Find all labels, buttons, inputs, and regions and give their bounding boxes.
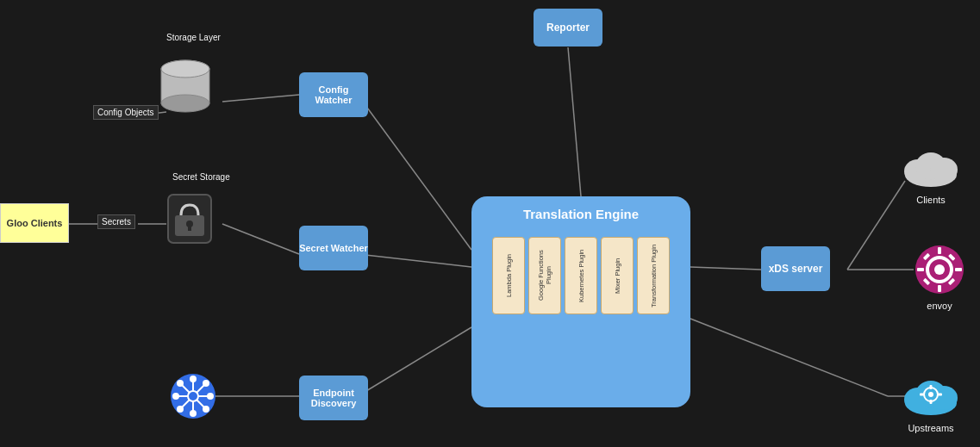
reporter-box: Reporter <box>534 9 602 47</box>
svg-rect-33 <box>955 268 962 271</box>
svg-line-14 <box>690 319 888 396</box>
svg-point-46 <box>172 393 179 400</box>
envoy-icon: envoy <box>914 244 965 311</box>
svg-point-18 <box>161 60 209 78</box>
svg-point-49 <box>203 406 209 413</box>
svg-point-43 <box>188 391 198 401</box>
envoy-label: envoy <box>914 301 965 311</box>
svg-point-29 <box>934 264 945 275</box>
gloo-clients-box: Gloo Clients <box>0 203 69 243</box>
kubernetes-plugin: Kubernetes Plugin <box>565 237 597 314</box>
svg-line-7 <box>358 327 471 396</box>
svg-line-8 <box>690 267 761 270</box>
translation-engine-label: Translation Engine <box>523 207 639 221</box>
svg-point-51 <box>177 406 184 413</box>
kubernetes-icon <box>169 372 217 424</box>
svg-rect-32 <box>917 268 924 271</box>
svg-rect-58 <box>930 385 933 389</box>
storage-layer-label: Storage Layer <box>166 33 221 42</box>
svg-point-45 <box>190 410 197 417</box>
xds-server-box: xDS server <box>761 246 830 291</box>
transformation-plugin: Transformation Plugin <box>637 237 670 314</box>
secret-storage-icon <box>166 193 213 248</box>
translation-engine-container: Translation Engine Lambda Plugin Google … <box>471 196 690 407</box>
mixer-plugin: Mixer Plugin <box>601 237 634 314</box>
lambda-plugin: Lambda Plugin <box>492 237 525 314</box>
svg-line-4 <box>222 224 299 254</box>
upstreams-cloud: Upstreams <box>901 370 961 433</box>
secrets-label: Secrets <box>97 214 135 229</box>
svg-rect-22 <box>188 226 191 231</box>
plugins-container: Lambda Plugin Google Functions Plugin Ku… <box>492 237 670 314</box>
svg-line-3 <box>222 95 299 102</box>
config-objects-label: Config Objects <box>93 105 159 120</box>
secret-storage-label: Secret Storage <box>172 172 230 182</box>
svg-rect-31 <box>938 285 941 292</box>
architecture-diagram: Gloo Clients Config Objects Secrets Stor… <box>0 0 980 447</box>
config-watcher-box: Config Watcher <box>299 72 368 117</box>
svg-rect-59 <box>930 400 933 404</box>
svg-line-9 <box>847 181 905 270</box>
svg-line-11 <box>568 47 581 196</box>
clients-label: Clients <box>901 195 961 205</box>
svg-line-6 <box>358 254 471 267</box>
svg-point-47 <box>207 393 214 400</box>
endpoint-discovery-box: Endpoint Discovery <box>299 376 368 420</box>
svg-rect-60 <box>920 394 924 396</box>
svg-point-50 <box>203 380 209 387</box>
svg-point-48 <box>177 380 184 387</box>
svg-point-44 <box>190 376 197 382</box>
secret-watcher-box: Secret Watcher <box>299 226 368 270</box>
storage-layer-icon <box>159 53 211 117</box>
svg-point-26 <box>930 158 958 182</box>
svg-line-5 <box>358 95 471 250</box>
svg-point-57 <box>928 392 933 397</box>
svg-rect-61 <box>938 394 942 396</box>
svg-point-55 <box>930 386 958 410</box>
svg-point-17 <box>161 95 209 112</box>
google-functions-plugin: Google Functions Plugin <box>528 237 561 314</box>
svg-rect-30 <box>938 247 941 254</box>
upstreams-label: Upstreams <box>901 423 961 433</box>
clients-cloud: Clients <box>901 142 961 205</box>
